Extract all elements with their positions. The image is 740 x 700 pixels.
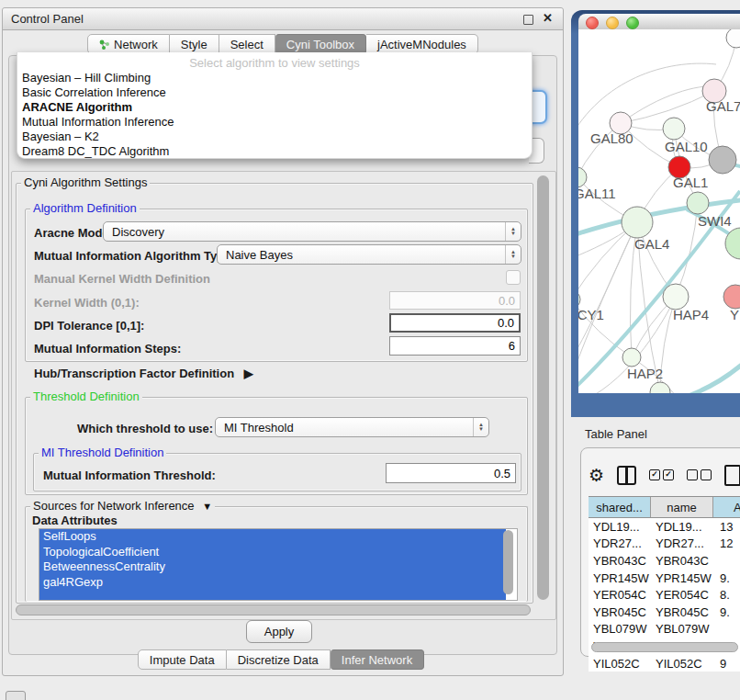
expand-right-icon: ▶ [244, 367, 253, 380]
table-horizontal-scrollbar[interactable] [591, 642, 738, 652]
tab-style[interactable]: Style [170, 34, 219, 54]
hub-definition-toggle[interactable]: Hub/Transcription Factor Definition ▶ [34, 367, 253, 380]
settings-vertical-scrollbar[interactable] [537, 175, 549, 600]
network-edge [578, 222, 637, 362]
mi-algorithm-type-combo[interactable]: Naive Bayes ▲▼ [217, 244, 521, 265]
close-traffic-light-icon[interactable] [586, 17, 599, 29]
close-window-icon[interactable]: ✕ [543, 11, 553, 25]
table-row[interactable]: YDR27...YDR27...12 [589, 536, 740, 553]
attribute-item[interactable]: TopologicalCoefficient [39, 545, 506, 560]
apply-button[interactable]: Apply [246, 620, 312, 643]
node-label: Y [730, 307, 739, 322]
algorithm-option[interactable]: Mutual Information Inference [19, 115, 530, 130]
network-edge [681, 358, 740, 393]
table-row[interactable]: YBL079WYBL079W [589, 621, 740, 638]
which-threshold-combo[interactable]: MI Threshold ▲▼ [215, 417, 489, 437]
network-node-gal4[interactable] [622, 207, 653, 238]
column-layout-icon[interactable] [617, 466, 636, 485]
network-node-gcy1[interactable] [578, 290, 580, 309]
sources-group-toggle[interactable]: Sources for Network Inference ▼ [30, 500, 215, 513]
aracne-mode-combo[interactable]: Discovery ▲▼ [103, 221, 521, 242]
kernel-width-field[interactable]: 0.0 [389, 291, 521, 310]
kernel-width-label: Kernel Width (0,1): [34, 296, 140, 310]
table-row[interactable]: YBR043CYBR043C [589, 552, 740, 570]
dpi-tolerance-label: DPI Tolerance [0,1]: [34, 319, 144, 333]
tab-discretize-data[interactable]: Discretize Data [227, 649, 331, 670]
manual-kernel-width-label: Manual Kernel Width Definition [34, 272, 210, 286]
algorithm-dropdown-prompt: Select algorithm to view settings [17, 56, 532, 70]
table-row[interactable]: YBR045CYBR045C9. [589, 604, 740, 621]
network-node[interactable] [650, 382, 670, 393]
attribute-item[interactable]: BetweennessCentrality [39, 559, 506, 575]
tab-label: Infer Network [342, 653, 412, 667]
network-view-titlebar[interactable] [578, 14, 740, 29]
cyni-algorithm-settings-title: Cyni Algorithm Settings [21, 176, 150, 188]
manual-kernel-width-checkbox[interactable] [506, 270, 521, 285]
mi-algorithm-type-label: Mutual Information Algorithm Type: [34, 249, 235, 263]
algorithm-option[interactable]: ARACNE Algorithm [19, 100, 530, 115]
network-node[interactable] [726, 29, 740, 48]
settings-horizontal-scrollbar[interactable] [16, 604, 531, 615]
zoom-traffic-light-icon[interactable] [626, 17, 639, 29]
deselect-all-checkboxes-icon[interactable] [687, 469, 712, 480]
gear-icon[interactable]: ⚙ [589, 467, 604, 484]
table-row[interactable]: YPR145WYPR145W9. [589, 570, 740, 587]
tab-select[interactable]: Select [219, 34, 275, 54]
algorithm-dropdown: Select algorithm to view settings Bayesi… [17, 52, 533, 159]
which-threshold-value: MI Threshold [216, 421, 473, 435]
attribute-item[interactable]: SelfLoops [39, 529, 506, 545]
table-cell: YPR145W [651, 571, 713, 585]
algorithm-dropdown-list: Bayesian – Hill ClimbingBasic Correlatio… [19, 71, 530, 159]
attribute-list-scrollbar[interactable] [503, 530, 513, 594]
algorithm-option[interactable]: Bayesian – Hill Climbing [19, 71, 530, 85]
column-header[interactable]: shared... [589, 497, 651, 517]
data-attributes-list[interactable]: SelfLoopsTopologicalCoefficientBetweenne… [39, 528, 518, 601]
network-node[interactable] [709, 146, 736, 174]
partial-panel-button[interactable] [6, 691, 26, 700]
control-panel-titlebar[interactable]: Control Panel ✕ [3, 8, 563, 30]
network-edge [621, 86, 716, 123]
network-node-hap2[interactable] [622, 348, 641, 367]
network-node-y[interactable] [723, 285, 740, 309]
attribute-item[interactable]: gal4RGexp [39, 575, 506, 591]
mi-threshold-field[interactable]: 0.5 [386, 463, 516, 483]
tab-impute-data[interactable]: Impute Data [138, 649, 227, 670]
table-row[interactable]: YER054CYER054C8. [589, 586, 740, 604]
network-node-hap4[interactable] [663, 284, 689, 310]
table-cell: YBL079W [589, 622, 651, 636]
tab-network[interactable]: Network [87, 34, 170, 54]
minimize-traffic-light-icon[interactable] [606, 17, 619, 29]
tab-label: Network [114, 38, 158, 51]
aracne-mode-label: Aracne Mode: [34, 226, 113, 240]
float-window-icon[interactable] [523, 15, 533, 25]
document-icon[interactable] [724, 465, 740, 486]
network-node-swi4[interactable] [687, 192, 709, 214]
network-icon [99, 39, 110, 51]
network-node-gal10[interactable] [663, 118, 685, 140]
network-node-gal11[interactable] [578, 167, 587, 187]
table-row[interactable]: YDL19...YDL19...13 [589, 518, 740, 536]
data-attributes-label: Data Attributes [32, 514, 118, 527]
node-label: GAL4 [634, 236, 669, 252]
select-all-checkboxes-icon[interactable]: ✓✓ [649, 469, 674, 480]
which-threshold-label: Which threshold to use: [77, 422, 213, 435]
tab-cyni-toolbox[interactable]: Cyni Toolbox [275, 34, 366, 54]
attribute-item-partial[interactable] [39, 590, 506, 601]
table-cell: YER054C [589, 588, 651, 602]
dpi-tolerance-field[interactable]: 0.0 [389, 313, 521, 333]
tab-jactivemnodules[interactable]: jActiveMNodules [366, 34, 478, 54]
stepper-icon: ▲▼ [473, 418, 488, 436]
column-header[interactable]: name [651, 497, 713, 517]
algorithm-option[interactable]: Bayesian – K2 [19, 130, 530, 144]
tab-infer-network[interactable]: Infer Network [331, 649, 424, 670]
algorithm-option[interactable]: Basic Correlation Inference [19, 85, 530, 100]
aracne-mode-value: Discovery [104, 225, 505, 239]
algorithm-option[interactable]: Dream8 DC_TDC Algorithm [19, 144, 530, 159]
node-label: GAL1 [673, 175, 708, 190]
table-row[interactable]: YIL052CYIL052C9 [589, 655, 740, 672]
column-header[interactable]: A [713, 497, 740, 517]
table-cell: YBL079W [651, 622, 713, 636]
mi-steps-field[interactable]: 6 [389, 336, 521, 356]
network-canvas[interactable]: GAL7GAL80GAL10GAL1GAL11GAL4SWI4GCY1HAP4Y… [578, 29, 740, 393]
table-cell: YIL052C [651, 657, 713, 671]
